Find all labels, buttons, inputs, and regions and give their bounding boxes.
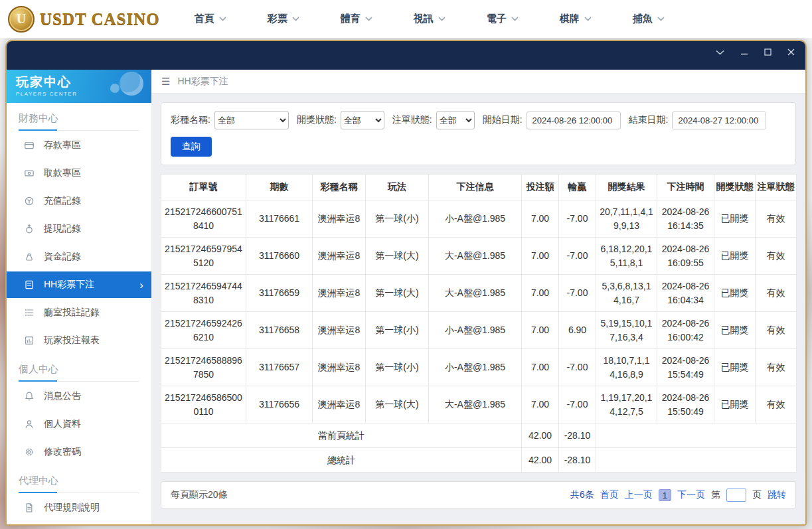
table-row: 215217246588896785031176657澳洲幸运8第一球(小)小-… [161,349,797,386]
summary-label: 總統計 [161,448,522,473]
sidebar-item[interactable]: 修改密碼 [7,439,151,465]
decoration-ball-icon [120,72,143,96]
nav-item-3[interactable]: 視訊 [414,13,446,25]
column-header: 下注時間 [657,175,714,200]
sidebar-item[interactable]: HH彩票下注› [7,271,151,298]
table-cell: 大-A盤@1.985 [429,238,522,275]
nav-item-5[interactable]: 棋牌 [560,13,592,25]
nav-item-1[interactable]: 彩票 [268,13,299,25]
filter-label: 結束日期: [629,114,669,126]
sidebar-item[interactable]: 代理規則說明 [7,494,151,521]
table-cell: 2152172465924266210 [161,312,246,349]
table-cell: 有效 [756,200,797,238]
first-page-link[interactable]: 首页 [600,489,619,501]
filter-panel: 彩種名稱:全部開獎狀態:全部注單狀態:全部開始日期:結束日期: 查詢 [161,102,796,165]
window-collapse-icon[interactable] [716,50,724,55]
sidebar-item[interactable]: 充值記錄 [7,188,151,214]
sidebar-item[interactable]: 玩家投注報表 [7,327,151,354]
draw-status-select[interactable]: 全部 [341,111,384,129]
bets-table: 訂單號期數彩種名稱玩法下注信息投注額輸贏開獎結果下注時間開獎狀態注單狀態 215… [161,174,797,473]
prev-page-link[interactable]: 上一页 [625,489,653,501]
table-cell: 2024-08-26 16:00:42 [657,312,714,349]
bell-icon [24,391,35,402]
table-cell: 第一球(大) [366,386,429,423]
column-header: 玩法 [366,175,429,200]
sidebar-item-label: 代理規則說明 [44,502,100,514]
titlebar-extension [7,63,805,70]
next-page-link[interactable]: 下一页 [677,489,705,501]
page-number-input[interactable] [726,489,746,502]
filter-label: 開始日期: [483,114,523,126]
sidebar-item[interactable]: 提現記錄 [7,216,151,242]
table-row: 215217246597954512031176660澳洲幸运8第一球(大)大-… [161,238,797,275]
table-cell: 大-A盤@1.985 [429,275,522,312]
sidebar-item[interactable]: 個人資料 [7,411,151,437]
nav-item-0[interactable]: 首頁 [195,13,226,25]
window-close-icon[interactable] [787,48,795,56]
page-prefix-label: 第 [711,489,720,501]
nav-item-label: 電子 [487,13,507,25]
window-minimize-icon[interactable] [740,48,748,56]
summary-row: 當前頁統計42.00-28.10 [161,423,797,448]
table-cell: 6.90 [559,312,596,349]
sidebar-item[interactable]: 廳室投註記錄 [7,299,151,326]
end-date-input[interactable] [672,112,766,129]
table-cell: 第一球(大) [366,238,429,275]
column-header: 彩種名稱 [313,175,366,200]
table-row: 215217246586500011031176656澳洲幸运8第一球(大)大-… [161,386,797,423]
table-cell: 2024-08-26 15:54:49 [657,349,714,386]
table-cell: 有效 [756,312,797,349]
sidebar-item-label: 玩家投注報表 [44,335,100,346]
filter-label: 開獎狀態: [297,114,337,126]
nav-item-2[interactable]: 體育 [341,13,372,25]
table-cell: 有效 [756,275,797,312]
sidebar-item-label: 個人資料 [44,418,81,430]
search-button[interactable]: 查詢 [171,137,212,157]
current-page[interactable]: 1 [659,489,671,501]
menu-toggle-icon[interactable]: ☰ [161,76,170,88]
table-cell: 7.00 [522,312,559,349]
filter-group: 開獎狀態:全部 [297,111,384,129]
table-cell: 有效 [756,386,797,423]
table-cell: 7.00 [522,386,559,423]
top-navigation: U USDT CASINO 首頁彩票體育視訊電子棋牌捕魚 [0,0,812,38]
table-row: 215217246600751841031176661澳洲幸运8第一球(小)小-… [161,200,797,238]
chevron-down-icon [219,17,226,21]
table-row: 215217246592426621031176658澳洲幸运8第一球(小)小-… [161,312,797,349]
sidebar-item-label: HH彩票下注 [44,279,94,291]
table-cell: 2152172466007518410 [161,200,246,238]
nav-item-label: 彩票 [268,13,287,25]
table-cell: -7.00 [559,349,596,386]
site-logo[interactable]: U USDT CASINO [8,6,160,33]
nav-item-label: 視訊 [414,13,434,25]
start-date-input[interactable] [527,112,621,129]
jump-link[interactable]: 跳转 [768,489,786,501]
table-cell: 澳洲幸运8 [313,312,366,349]
logo-letter: U [17,11,26,27]
column-header: 期數 [246,175,313,200]
table-cell: 18,10,7,1,14,16,8,9 [596,349,657,386]
main-menu: 首頁彩票體育視訊電子棋牌捕魚 [195,13,665,25]
nav-item-4[interactable]: 電子 [487,13,519,25]
sidebar-item[interactable]: 取款專區 [7,160,151,187]
table-cell: 澳洲幸运8 [313,386,366,423]
sidebar-item[interactable]: 存款專區 [7,132,151,159]
sidebar-item-label: 修改密碼 [44,446,81,458]
sidebar-item[interactable]: 資金記錄 [7,244,151,270]
nav-item-6[interactable]: 捕魚 [633,13,665,25]
order-status-select[interactable]: 全部 [436,111,475,129]
sidebar-section-title: 財務中心 [19,112,139,131]
table-cell: -7.00 [559,200,596,238]
table-cell: 大-A盤@1.985 [429,386,522,423]
nav-item-label: 首頁 [195,13,214,25]
window-maximize-icon[interactable] [764,48,771,56]
sidebar: 玩家中心 PLAYERS CENTER 財務中心存款專區取款專區充值記錄提現記錄… [7,70,151,524]
page-size-text: 每頁顯示20條 [171,489,228,501]
table-cell: 31176657 [246,349,313,386]
chevron-down-icon [365,17,372,21]
sidebar-item[interactable]: 消息公告 [7,383,151,410]
page-title: HH彩票下注 [177,76,228,88]
banknote-icon [24,168,35,179]
table-cell: 1,19,17,20,14,12,7,5 [596,386,657,423]
lottery-select[interactable]: 全部 [214,111,289,129]
